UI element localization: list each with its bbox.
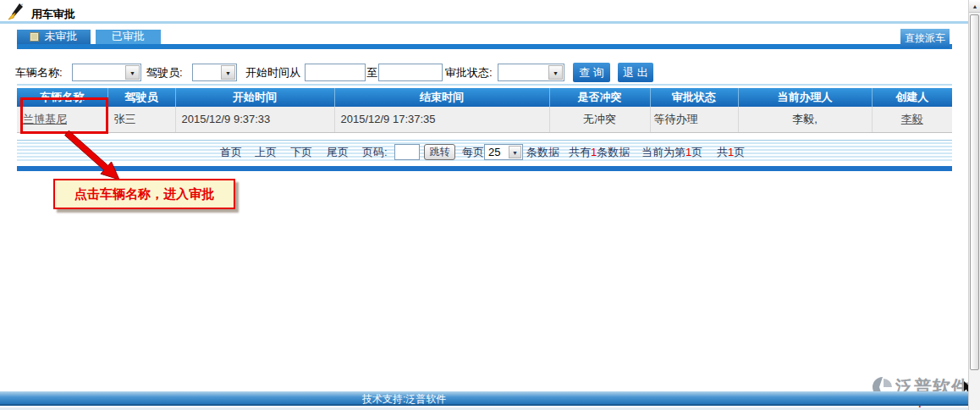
pagination-bar: 首页 上页 下页 尾页 页码: 跳转 每页 25 ▼ 条数据 共有1条数据 当前… [17, 140, 952, 163]
filter-divider [17, 84, 952, 86]
approval-status-label: 审批状态: [445, 64, 493, 82]
pen-icon [7, 2, 25, 20]
annotation-callout: 点击车辆名称，进入审批 [53, 179, 235, 209]
start-time-to-input[interactable] [378, 64, 443, 81]
total-records-text: 共有1条数据 [569, 145, 630, 160]
pagination-last[interactable]: 尾页 [327, 145, 349, 160]
dropdown-arrow-icon: ▼ [548, 65, 563, 80]
creator-link[interactable]: 李毅 [901, 113, 923, 125]
per-page-label: 每页 [462, 145, 484, 160]
per-page-suffix: 条数据 [526, 145, 559, 160]
dropdown-arrow-icon: ▼ [221, 65, 235, 80]
direct-dispatch-button[interactable]: 直接派车 [900, 29, 950, 48]
title-divider [0, 21, 968, 24]
driver-label: 驾驶员: [146, 64, 183, 82]
pagination-next[interactable]: 下页 [290, 145, 312, 160]
pagination-bottom-bar [17, 166, 952, 171]
vehicle-approval-page: 用车审批 未审批 已审批 直接派车 车辆名称: ▼ 驾驶员: ▼ 开始时间从 至… [0, 0, 980, 410]
start-time-from-input[interactable] [305, 64, 366, 81]
tab-approved-label: 已审批 [112, 30, 145, 42]
status-cell: 等待办理 [650, 107, 738, 132]
per-page-select[interactable]: 25 ▼ [484, 144, 523, 160]
vehicle-name-select[interactable]: ▼ [72, 64, 141, 81]
total-pages-text: 共1页 [717, 145, 745, 160]
tab-bullet-icon [30, 33, 38, 41]
driver-select[interactable]: ▼ [192, 64, 237, 81]
column-header-status: 审批状态 [650, 88, 738, 107]
page-number-label: 页码: [362, 145, 388, 160]
scroll-up-button[interactable]: ▲ [969, 0, 980, 13]
exit-button[interactable]: 退 出 [618, 63, 653, 82]
pagination-prev[interactable]: 上页 [255, 145, 277, 160]
query-button[interactable]: 查 询 [573, 63, 610, 82]
approval-status-select[interactable]: ▼ [498, 64, 564, 81]
footer-bar: 技术支持:泛普软件 [0, 391, 968, 406]
start-time-from-label: 开始时间从 [245, 64, 300, 82]
column-header-start-time: 开始时间 [175, 88, 334, 107]
pagination-first[interactable]: 首页 [220, 145, 242, 160]
column-header-handler: 当前办理人 [738, 88, 872, 107]
current-page-text: 当前为第1页 [641, 145, 702, 160]
scrollbar-thumb[interactable] [970, 14, 979, 370]
page-title: 用车审批 [31, 7, 75, 22]
per-page-value: 25 [488, 146, 500, 159]
dropdown-arrow-icon: ▼ [509, 146, 521, 158]
vehicle-name-label: 车辆名称: [15, 64, 63, 82]
tab-unapproved[interactable]: 未审批 [17, 30, 91, 44]
jump-button[interactable]: 跳转 [424, 144, 455, 160]
page-number-input[interactable] [394, 144, 420, 160]
table-header-row: 车辆名称 驾驶员 开始时间 结束时间 是否冲突 审批状态 当前办理人 创建人 [17, 88, 952, 107]
handler-cell: 李毅, [738, 107, 872, 132]
vertical-scrollbar[interactable]: ▲ [968, 0, 980, 410]
conflict-cell: 无冲突 [549, 107, 650, 132]
annotation-arrow [49, 129, 129, 185]
column-header-creator: 创建人 [872, 88, 952, 107]
column-header-driver: 驾驶员 [107, 88, 175, 107]
column-header-end-time: 结束时间 [334, 88, 549, 107]
dropdown-arrow-icon: ▼ [125, 65, 140, 80]
end-time-cell: 2015/12/9 17:37:35 [334, 107, 549, 132]
approval-table: 车辆名称 驾驶员 开始时间 结束时间 是否冲突 审批状态 当前办理人 创建人 兰… [17, 88, 952, 133]
to-label: 至 [366, 64, 377, 82]
tab-approved[interactable]: 已审批 [96, 30, 161, 44]
start-time-cell: 2015/12/9 9:37:33 [175, 107, 334, 132]
column-header-conflict: 是否冲突 [549, 88, 650, 107]
tab-bar-stripe [17, 44, 952, 49]
table-row: 兰博基尼 张三 2015/12/9 9:37:33 2015/12/9 17:3… [17, 107, 952, 132]
tab-unapproved-label: 未审批 [45, 30, 78, 42]
footer-support-text: 技术支持:泛普软件 [362, 392, 446, 407]
